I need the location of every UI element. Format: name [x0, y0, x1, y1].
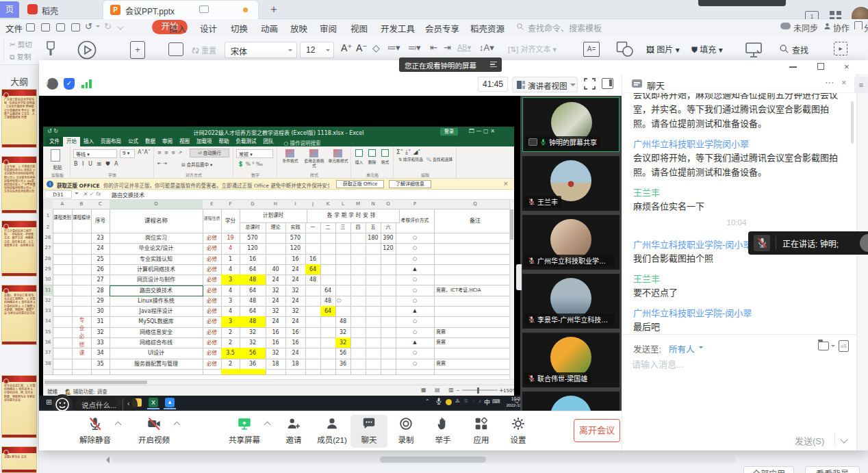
banner-btn1[interactable]: 获取正版 Office	[336, 180, 384, 188]
excel-tab-7[interactable]: 视图	[176, 137, 193, 146]
zoom-slider-handle[interactable]	[477, 387, 479, 394]
copy-button[interactable]: ⧉ 复制	[10, 51, 31, 62]
maximize-button[interactable]	[817, 63, 824, 70]
toolbar-record-button[interactable]: 录制	[390, 416, 422, 446]
wps-home-tab[interactable]: 稻壳	[25, 1, 73, 18]
tray-lang[interactable]: 中	[484, 398, 490, 407]
menu-item-1[interactable]: 设计	[200, 22, 217, 35]
sheet-vscroll-handle[interactable]	[510, 209, 513, 240]
excel-tab-2[interactable]: 插入	[80, 137, 97, 146]
chat-scrollbar[interactable]	[851, 101, 854, 144]
hscroll-left-arrow[interactable]	[103, 457, 110, 463]
close-button[interactable]: ×	[844, 62, 850, 72]
view-shortcuts[interactable]: ▦ ▤ ▥	[421, 387, 457, 393]
chat-more-button[interactable]: ⋯	[825, 77, 834, 88]
style-button-0[interactable]: 条件格式	[279, 149, 302, 172]
command-search[interactable]: 查找命令、搜索模板	[516, 22, 653, 33]
sheet-hscroll-handle[interactable]	[44, 381, 147, 384]
meeting-taskbar-icon[interactable]: ▲	[165, 398, 175, 407]
zoom-slider[interactable]	[462, 389, 498, 391]
more-caret-icon[interactable]	[117, 23, 123, 29]
say-something-pill[interactable]: 说点什么...‹	[75, 396, 138, 411]
reset-button[interactable]: 🗘 重置	[192, 44, 216, 55]
font-size-select[interactable]: 12	[300, 42, 334, 58]
save-icon[interactable]	[26, 23, 35, 31]
rail-menu-icon[interactable]: ≡	[854, 77, 868, 93]
speaker-view-button[interactable]: 演讲者视图	[512, 77, 578, 92]
excel-tab-5[interactable]: 数据	[142, 137, 159, 146]
undo-caret-icon[interactable]	[96, 25, 100, 29]
folder-caret-icon[interactable]	[831, 345, 835, 349]
security-shield-icon[interactable]: ✓	[64, 78, 75, 90]
menu-item-0[interactable]: 插入	[169, 22, 186, 35]
meeting-info-icon[interactable]: i	[47, 78, 58, 90]
edit-button-0[interactable]: ⇅ 排序和筛选	[396, 157, 425, 170]
participant-tile[interactable]: ⌄	[522, 392, 620, 411]
excel-window-controls[interactable]: 🗖 — ▢ ✕	[469, 128, 495, 134]
number-format-box[interactable]: 常规 ▾	[236, 149, 273, 158]
zoom-minus[interactable]: –	[457, 387, 459, 394]
minimize-button[interactable]	[789, 66, 797, 68]
text-box-button[interactable]: A=	[583, 42, 600, 57]
toolbar-share-button[interactable]: 共享屏幕	[228, 416, 261, 446]
char-spacing-button[interactable]: AB▾	[457, 43, 471, 52]
slide-thumbnail[interactable]: 广东轻工职业技术学院专家 · 信息技术学院 张明诚 · 工业软件教研室 翟丽娟 …	[1, 89, 37, 148]
tray-chevron-icon[interactable]: ⌃	[425, 398, 430, 405]
outdent-button[interactable]: ⇤	[430, 42, 437, 53]
excel-tab-8[interactable]: 加载项	[193, 137, 216, 146]
caret-up-icon[interactable]	[115, 422, 122, 429]
style-button-2[interactable]: 单元格样式	[327, 149, 350, 172]
menu-item-3[interactable]: 动画	[261, 22, 278, 35]
undo-icon[interactable]: ↻	[85, 21, 92, 31]
projector-icon[interactable]	[199, 5, 209, 13]
autosum-button[interactable]: Σ˅ ⤓˅ ◢˅	[396, 149, 421, 156]
cut-button[interactable]: ✂ 剪切	[10, 39, 32, 49]
caret-up-icon[interactable]	[174, 422, 181, 429]
participant-tile[interactable]: 广州华立科技职业学院-闵...	[522, 215, 620, 270]
send-button[interactable]: 发送(S)	[795, 434, 824, 447]
cell-button-2[interactable]: 格式	[379, 149, 392, 172]
menu-file[interactable]: 文件	[5, 22, 23, 35]
menu-item-9[interactable]: 稻壳资源	[470, 22, 505, 35]
paste-label[interactable]: 粘贴	[44, 164, 71, 170]
menu-item-5[interactable]: 审阅	[320, 22, 337, 35]
participant-tile[interactable]: 联合伟世-梁国雄	[522, 333, 620, 387]
output-icon[interactable]	[41, 23, 50, 31]
excel-tab-3[interactable]: 页面布局	[97, 137, 125, 146]
paste-icon[interactable]	[51, 149, 60, 162]
name-box[interactable]: D31	[44, 190, 72, 199]
toolbar-cam-button[interactable]: 开启视频	[138, 416, 170, 446]
menu-item-2[interactable]: 切换	[231, 22, 248, 35]
background-button[interactable]: 看看背景	[805, 466, 860, 473]
toolbar-members-button[interactable]: 成员(21)	[316, 416, 348, 446]
bullet-list-button[interactable]: ≔▾	[387, 42, 400, 53]
toolbar-chat-button[interactable]: 聊天	[353, 416, 385, 446]
print-icon[interactable]	[56, 23, 65, 31]
sheet-hscrollbar[interactable]	[43, 379, 514, 385]
excel-tab-0[interactable]: 文件	[46, 137, 63, 146]
font-style-buttons[interactable]: B I U ⊞ ⛊ A	[74, 161, 120, 168]
banner-btn2[interactable]: 了解详细信息	[389, 180, 431, 188]
side-panel-toggle[interactable]	[602, 78, 613, 89]
banner-close-icon[interactable]: ×	[503, 180, 509, 187]
chat-input[interactable]	[632, 357, 837, 371]
toolbar-invite-button[interactable]: 邀请	[277, 416, 310, 446]
align-icons[interactable]: ≡ ≡ ≡ ⇗	[157, 150, 183, 155]
style-button-1[interactable]: 套用表格格式	[303, 149, 326, 172]
announcement-icon[interactable]: 公告	[839, 340, 849, 352]
decrease-font-button[interactable]: A⁻	[356, 42, 368, 53]
excel-tab-10[interactable]: 负载测试	[233, 137, 260, 146]
font-family-select[interactable]: 宋体	[225, 42, 297, 58]
strip-collapse-handle[interactable]	[516, 264, 522, 290]
network-signal-icon[interactable]	[81, 79, 92, 88]
menu-item-6[interactable]: 视图	[350, 22, 368, 35]
fullscreen-button[interactable]	[584, 78, 596, 90]
redo-icon[interactable]: ↻	[104, 21, 112, 31]
toolbar-apps-button[interactable]: 应用	[465, 416, 498, 446]
align-text-button[interactable]: [⇅] 对齐文本 ▾	[508, 43, 557, 54]
find-button[interactable]: 查找	[779, 42, 820, 57]
toolbar-gear-button[interactable]: 设置	[502, 416, 535, 446]
slide-thumbnail[interactable]: 华立计算机信息工程学院： · 学院院长 · 学管委主任 · 教学主任 · 网络系…	[1, 220, 37, 277]
notification-icon[interactable]: 🗨	[514, 398, 520, 405]
number-buttons[interactable]: 💲 % ⁹ ‰	[238, 161, 263, 167]
